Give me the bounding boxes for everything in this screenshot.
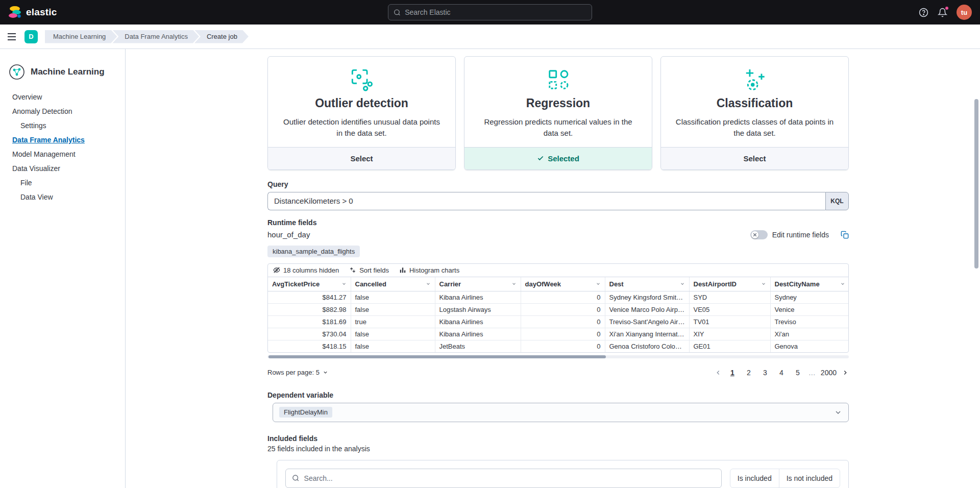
table-cell[interactable]: 0 — [521, 303, 605, 315]
table-cell[interactable]: false — [351, 303, 435, 315]
breadcrumb-create-job[interactable]: Create job — [194, 30, 249, 43]
table-cell[interactable]: Treviso — [770, 315, 849, 328]
table-cell[interactable]: Xi'an Xianyang Internatio... — [605, 328, 689, 340]
card-action-label: Selected — [548, 154, 579, 163]
global-search-input[interactable] — [405, 8, 586, 16]
table-row: $882.98 false Logstash Airways 0 Venice … — [268, 303, 849, 315]
breadcrumb: Machine Learning Data Frame Analytics Cr… — [45, 30, 249, 43]
regression-selected-button[interactable]: Selected — [464, 147, 652, 169]
column-header-destcityname[interactable]: DestCityName — [770, 277, 849, 291]
table-cell[interactable]: JetBeats — [435, 340, 521, 352]
notifications-button[interactable] — [938, 8, 947, 17]
page-button-last[interactable]: 2000 — [821, 367, 837, 379]
select-classification-button[interactable]: Select — [661, 147, 848, 169]
breadcrumb-machine-learning[interactable]: Machine Learning — [45, 30, 117, 43]
user-avatar[interactable]: tu — [957, 5, 972, 20]
sidebar-item-anomaly-detection[interactable]: Anomaly Detection — [0, 104, 125, 118]
table-cell[interactable]: GE01 — [689, 340, 770, 352]
query-input[interactable] — [267, 192, 825, 210]
table-cell[interactable]: $882.98 — [268, 303, 351, 315]
chevron-down-icon — [426, 281, 431, 286]
global-search-bar[interactable] — [388, 4, 592, 20]
table-cell[interactable]: Genoa Cristoforo Colomb... — [605, 340, 689, 352]
sidebar-item-model-management[interactable]: Model Management — [0, 147, 125, 161]
page-button-2[interactable]: 2 — [743, 367, 754, 379]
table-cell[interactable]: 0 — [521, 340, 605, 352]
table-cell[interactable]: Xi'an — [770, 328, 849, 340]
column-header-cancelled[interactable]: Cancelled — [351, 277, 435, 291]
sort-icon — [349, 266, 356, 274]
table-cell[interactable]: Genova — [770, 340, 849, 352]
table-cell[interactable]: 0 — [521, 328, 605, 340]
edit-runtime-fields-label[interactable]: Edit runtime fields — [772, 231, 829, 239]
page-button-1[interactable]: 1 — [727, 367, 738, 379]
menu-button[interactable] — [7, 33, 17, 41]
kql-button[interactable]: KQL — [825, 192, 849, 210]
table-cell[interactable]: Kibana Airlines — [435, 291, 521, 303]
table-cell[interactable]: $418.15 — [268, 340, 351, 352]
column-header-dest[interactable]: Dest — [605, 277, 689, 291]
copy-button[interactable] — [841, 231, 849, 239]
table-cell[interactable]: true — [351, 315, 435, 328]
table-cell[interactable]: SYD — [689, 291, 770, 303]
next-page-button[interactable] — [842, 369, 849, 376]
column-header-destairportid[interactable]: DestAirportID — [689, 277, 770, 291]
chevron-down-icon — [596, 281, 601, 286]
sort-fields-button[interactable]: Sort fields — [349, 266, 389, 274]
table-cell[interactable]: Sydney — [770, 291, 849, 303]
table-cell[interactable]: VE05 — [689, 303, 770, 315]
fields-search-bar[interactable] — [285, 469, 722, 488]
table-cell[interactable]: XIY — [689, 328, 770, 340]
edit-runtime-fields-toggle[interactable] — [750, 230, 768, 239]
table-cell[interactable]: false — [351, 291, 435, 303]
columns-hidden-button[interactable]: 18 columns hidden — [273, 266, 339, 274]
page-button-5[interactable]: 5 — [792, 367, 803, 379]
elastic-logo[interactable]: elastic — [8, 6, 57, 19]
help-button[interactable] — [919, 8, 928, 17]
table-cell[interactable]: Venice — [770, 303, 849, 315]
table-cell[interactable]: Kibana Airlines — [435, 315, 521, 328]
table-cell[interactable]: false — [351, 340, 435, 352]
page-scrollbar[interactable] — [974, 99, 978, 486]
sidebar-item-data-frame-analytics[interactable]: Data Frame Analytics — [0, 133, 125, 147]
table-cell[interactable]: Venice Marco Polo Airport — [605, 303, 689, 315]
table-cell[interactable]: 0 — [521, 291, 605, 303]
sidebar-item-overview[interactable]: Overview — [0, 90, 125, 104]
column-header-dayofweek[interactable]: dayOfWeek — [521, 277, 605, 291]
table-cell[interactable]: Sydney Kingsford Smith I... — [605, 291, 689, 303]
table-cell[interactable]: Kibana Airlines — [435, 328, 521, 340]
sidebar-item-file[interactable]: File — [0, 176, 125, 190]
table-cell[interactable]: $730.04 — [268, 328, 351, 340]
scrollbar-thumb[interactable] — [974, 99, 978, 269]
grid-horizontal-scrollbar[interactable] — [267, 355, 849, 358]
table-cell[interactable]: false — [351, 328, 435, 340]
sidebar-item-data-visualizer[interactable]: Data Visualizer — [0, 161, 125, 176]
table-cell[interactable]: $181.69 — [268, 315, 351, 328]
table-cell[interactable]: $841.27 — [268, 291, 351, 303]
column-header-avgticketprice[interactable]: AvgTicketPrice — [268, 277, 351, 291]
search-icon — [292, 474, 300, 482]
page-button-3[interactable]: 3 — [760, 367, 771, 379]
chevron-down-icon — [840, 281, 845, 286]
select-outlier-detection-button[interactable]: Select — [268, 147, 455, 169]
filter-is-not-included-button[interactable]: Is not included — [779, 469, 840, 487]
rows-per-page-button[interactable]: Rows per page: 5 — [267, 369, 328, 376]
previous-page-button[interactable] — [715, 369, 722, 376]
table-cell[interactable]: Treviso-Sant'Angelo Airport — [605, 315, 689, 328]
scrollbar-thumb[interactable] — [268, 355, 606, 358]
table-cell[interactable]: TV01 — [689, 315, 770, 328]
space-avatar[interactable]: D — [24, 30, 38, 43]
dependent-variable-select[interactable]: FlightDelayMin — [273, 403, 849, 422]
filter-is-included-button[interactable]: Is included — [730, 469, 779, 487]
sidebar-item-settings[interactable]: Settings — [0, 118, 125, 133]
chevron-down-icon — [680, 281, 685, 286]
column-header-carrier[interactable]: Carrier — [435, 277, 521, 291]
table-cell[interactable]: 0 — [521, 315, 605, 328]
breadcrumb-data-frame-analytics[interactable]: Data Frame Analytics — [112, 30, 199, 43]
histogram-charts-button[interactable]: Histogram charts — [399, 266, 459, 274]
sidebar-item-data-view[interactable]: Data View — [0, 190, 125, 204]
page-button-4[interactable]: 4 — [776, 367, 787, 379]
table-cell[interactable]: Logstash Airways — [435, 303, 521, 315]
fields-search-input[interactable] — [304, 474, 715, 482]
query-label: Query — [267, 180, 849, 188]
